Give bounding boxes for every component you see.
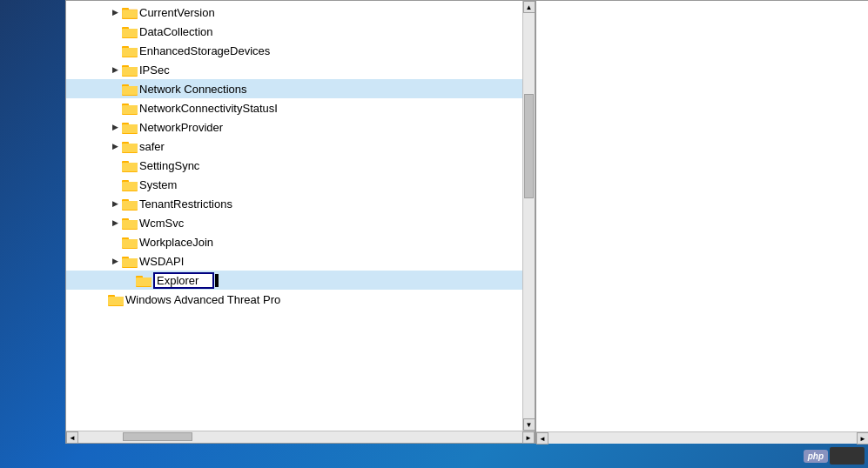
right-panel: ◄ ► xyxy=(535,0,868,444)
folder-icon xyxy=(122,3,139,22)
svg-rect-27 xyxy=(122,163,138,171)
svg-rect-12 xyxy=(122,67,138,76)
folder-icon xyxy=(122,22,139,41)
php-logo: php xyxy=(804,450,828,463)
right-scroll-left-button[interactable]: ◄ xyxy=(536,432,548,445)
folder-icon xyxy=(122,156,139,175)
item-label: NetworkConnectivityStatusI xyxy=(139,102,278,115)
item-label: safer xyxy=(139,140,165,153)
folder-icon xyxy=(122,117,139,137)
svg-rect-39 xyxy=(122,239,138,248)
tree-row[interactable]: SettingSync xyxy=(66,156,522,175)
folder-icon xyxy=(122,175,139,194)
tree-row-windows-advanced[interactable]: Windows Advanced Threat Pro xyxy=(66,290,522,309)
folder-icon xyxy=(122,79,139,98)
tree-row[interactable]: ▶ WSDAPI xyxy=(66,251,522,271)
tree-row[interactable]: ▶ WcmSvc xyxy=(66,213,522,232)
tree-row[interactable]: WorkplaceJoin xyxy=(66,232,522,251)
folder-icon xyxy=(122,213,139,232)
svg-rect-24 xyxy=(122,144,138,152)
folder-icon xyxy=(122,232,139,251)
expand-arrow[interactable]: ▶ xyxy=(108,251,122,271)
right-scroll-right-button[interactable]: ► xyxy=(857,432,868,445)
expand-arrow[interactable]: ▶ xyxy=(108,117,122,137)
tree-row[interactable]: ▶ IPSec xyxy=(66,60,522,79)
tree-row[interactable]: EnhancedStorageDevices xyxy=(66,41,522,60)
tree-row-network-connections[interactable]: Network Connections xyxy=(66,79,522,98)
tree-row[interactable]: ▶ NetworkProvider xyxy=(66,117,522,137)
tree-content[interactable]: ▶ CurrentVersion DataCollection xyxy=(66,1,522,431)
item-label: WorkplaceJoin xyxy=(139,236,213,249)
tree-area: ▶ CurrentVersion DataCollection xyxy=(66,1,535,431)
explorer-rename-input[interactable] xyxy=(153,272,214,289)
vertical-scrollbar[interactable]: ▲ ▼ xyxy=(522,1,535,431)
expand-arrow[interactable]: ▶ xyxy=(108,213,122,232)
item-label: NetworkProvider xyxy=(139,121,223,134)
registry-window: ▶ CurrentVersion DataCollection xyxy=(65,0,535,444)
scroll-left-button[interactable]: ◄ xyxy=(66,431,78,444)
expand-arrow[interactable]: ▶ xyxy=(108,194,122,213)
scroll-thumb[interactable] xyxy=(524,94,534,198)
horizontal-scrollbar[interactable]: ◄ ► xyxy=(66,431,535,443)
folder-icon xyxy=(122,60,139,79)
folder-icon xyxy=(122,194,139,213)
text-cursor xyxy=(215,274,219,287)
scroll-up-button[interactable]: ▲ xyxy=(523,1,535,13)
right-panel-scrollbar[interactable]: ◄ ► xyxy=(536,431,868,444)
item-label: WcmSvc xyxy=(139,217,184,230)
svg-rect-18 xyxy=(122,105,138,114)
svg-rect-45 xyxy=(136,277,151,286)
svg-rect-15 xyxy=(122,86,138,95)
folder-icon xyxy=(122,137,139,156)
tree-row[interactable]: ▶ safer xyxy=(66,137,522,156)
svg-rect-30 xyxy=(122,182,138,191)
svg-rect-48 xyxy=(108,297,124,305)
tree-row[interactable]: NetworkConnectivityStatusI xyxy=(66,98,522,117)
tree-row[interactable]: ▶ CurrentVersion xyxy=(66,3,522,22)
scroll-track[interactable] xyxy=(523,13,535,418)
scroll-h-track[interactable] xyxy=(78,431,522,443)
expand-arrow[interactable]: ▶ xyxy=(108,3,122,22)
folder-icon xyxy=(136,271,153,290)
scroll-right-button[interactable]: ► xyxy=(522,431,535,444)
svg-rect-33 xyxy=(122,201,138,210)
tree-row-explorer[interactable] xyxy=(66,271,522,290)
item-label: IPSec xyxy=(139,64,170,77)
svg-rect-2 xyxy=(122,10,138,18)
tree-row[interactable]: ▶ TenantRestrictions xyxy=(66,194,522,213)
folder-icon xyxy=(122,98,139,117)
folder-icon xyxy=(122,251,139,271)
scroll-h-thumb[interactable] xyxy=(123,432,192,441)
svg-rect-21 xyxy=(122,124,138,133)
php-badge: php xyxy=(804,447,865,465)
right-scroll-track[interactable] xyxy=(548,432,857,444)
expand-arrow[interactable]: ▶ xyxy=(108,137,122,156)
item-label: EnhancedStorageDevices xyxy=(139,44,270,57)
svg-rect-9 xyxy=(122,48,138,57)
svg-rect-42 xyxy=(122,258,138,267)
tree-row[interactable]: DataCollection xyxy=(66,22,522,41)
php-dark-box xyxy=(830,447,865,465)
svg-rect-36 xyxy=(122,220,138,229)
svg-rect-6 xyxy=(122,29,138,37)
item-label: Windows Advanced Threat Pro xyxy=(125,293,280,306)
expand-arrow[interactable]: ▶ xyxy=(108,60,122,79)
item-label: WSDAPI xyxy=(139,255,184,268)
item-label: TenantRestrictions xyxy=(139,197,232,211)
scroll-down-button[interactable]: ▼ xyxy=(523,418,535,431)
folder-icon xyxy=(122,41,139,60)
item-label: CurrentVersion xyxy=(139,6,215,19)
folder-icon xyxy=(108,290,125,309)
item-label: DataCollection xyxy=(139,25,213,38)
tree-row[interactable]: System xyxy=(66,175,522,194)
php-text: php xyxy=(808,451,824,461)
item-label: System xyxy=(139,178,177,191)
item-label: SettingSync xyxy=(139,159,199,172)
item-label: Network Connections xyxy=(139,83,247,96)
